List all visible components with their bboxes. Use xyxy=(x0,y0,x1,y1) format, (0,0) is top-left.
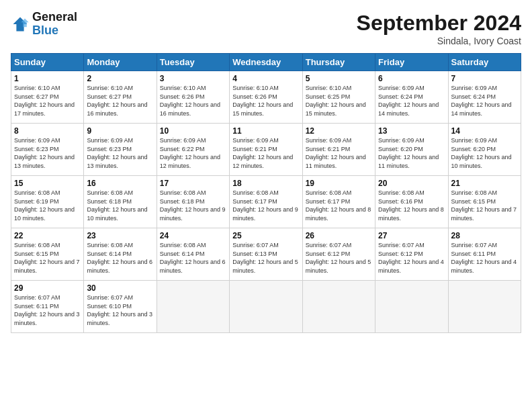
day-number: 3 xyxy=(160,74,226,83)
table-row xyxy=(375,281,448,333)
location-subtitle: Sindala, Ivory Coast xyxy=(357,36,521,46)
table-row xyxy=(302,281,375,333)
title-block: September 2024 Sindala, Ivory Coast xyxy=(357,11,521,46)
day-number: 11 xyxy=(232,126,299,136)
col-sunday: Sunday xyxy=(11,54,84,71)
day-number: 21 xyxy=(451,179,518,188)
day-info: Sunrise: 6:07 AMSunset: 6:12 PMDaylight:… xyxy=(378,241,445,275)
table-row: 3Sunrise: 6:10 AMSunset: 6:26 PMDaylight… xyxy=(157,71,229,124)
logo-general: General xyxy=(32,11,77,24)
day-info: Sunrise: 6:09 AMSunset: 6:21 PMDaylight:… xyxy=(232,136,299,170)
table-row: 23Sunrise: 6:08 AMSunset: 6:14 PMDayligh… xyxy=(84,228,157,281)
day-info: Sunrise: 6:09 AMSunset: 6:20 PMDaylight:… xyxy=(451,136,518,170)
table-row: 16Sunrise: 6:08 AMSunset: 6:18 PMDayligh… xyxy=(84,176,157,228)
table-row: 11Sunrise: 6:09 AMSunset: 6:21 PMDayligh… xyxy=(230,124,302,176)
day-number: 2 xyxy=(87,74,153,83)
day-number: 22 xyxy=(14,231,81,240)
calendar-week-row: 29Sunrise: 6:07 AMSunset: 6:11 PMDayligh… xyxy=(11,281,521,333)
day-number: 30 xyxy=(87,283,153,293)
day-number: 6 xyxy=(378,74,445,83)
table-row xyxy=(157,281,229,333)
col-tuesday: Tuesday xyxy=(157,54,229,71)
day-info: Sunrise: 6:08 AMSunset: 6:15 PMDaylight:… xyxy=(451,189,518,222)
col-monday: Monday xyxy=(84,54,157,71)
day-info: Sunrise: 6:08 AMSunset: 6:18 PMDaylight:… xyxy=(87,189,153,222)
day-number: 29 xyxy=(14,283,81,293)
day-number: 8 xyxy=(14,126,81,136)
day-number: 12 xyxy=(306,126,372,136)
logo-icon xyxy=(11,15,30,34)
day-info: Sunrise: 6:09 AMSunset: 6:22 PMDaylight:… xyxy=(160,136,226,170)
day-info: Sunrise: 6:09 AMSunset: 6:23 PMDaylight:… xyxy=(14,136,81,170)
table-row xyxy=(230,281,302,333)
day-number: 13 xyxy=(378,126,445,136)
table-row: 12Sunrise: 6:09 AMSunset: 6:21 PMDayligh… xyxy=(302,124,375,176)
day-info: Sunrise: 6:07 AMSunset: 6:12 PMDaylight:… xyxy=(306,241,372,275)
table-row: 9Sunrise: 6:09 AMSunset: 6:23 PMDaylight… xyxy=(84,124,157,176)
day-number: 15 xyxy=(14,179,81,188)
day-info: Sunrise: 6:07 AMSunset: 6:13 PMDaylight:… xyxy=(232,241,299,275)
table-row: 8Sunrise: 6:09 AMSunset: 6:23 PMDaylight… xyxy=(11,124,84,176)
table-row: 6Sunrise: 6:09 AMSunset: 6:24 PMDaylight… xyxy=(375,71,448,124)
day-info: Sunrise: 6:08 AMSunset: 6:14 PMDaylight:… xyxy=(87,241,153,275)
day-number: 1 xyxy=(14,74,81,83)
calendar-week-row: 15Sunrise: 6:08 AMSunset: 6:19 PMDayligh… xyxy=(11,176,521,228)
day-info: Sunrise: 6:08 AMSunset: 6:16 PMDaylight:… xyxy=(378,189,445,222)
table-row: 15Sunrise: 6:08 AMSunset: 6:19 PMDayligh… xyxy=(11,176,84,228)
page: General Blue September 2024 Sindala, Ivo… xyxy=(0,0,532,411)
col-saturday: Saturday xyxy=(448,54,521,71)
day-info: Sunrise: 6:08 AMSunset: 6:17 PMDaylight:… xyxy=(306,189,372,222)
calendar-header-row: Sunday Monday Tuesday Wednesday Thursday… xyxy=(11,54,521,71)
calendar-week-row: 8Sunrise: 6:09 AMSunset: 6:23 PMDaylight… xyxy=(11,124,521,176)
table-row xyxy=(448,281,521,333)
day-number: 17 xyxy=(160,179,226,188)
day-number: 18 xyxy=(232,179,299,188)
table-row: 24Sunrise: 6:08 AMSunset: 6:14 PMDayligh… xyxy=(157,228,229,281)
header: General Blue September 2024 Sindala, Ivo… xyxy=(11,11,521,46)
table-row: 18Sunrise: 6:08 AMSunset: 6:17 PMDayligh… xyxy=(230,176,302,228)
table-row: 17Sunrise: 6:08 AMSunset: 6:18 PMDayligh… xyxy=(157,176,229,228)
logo-text: General Blue xyxy=(32,11,77,38)
day-number: 19 xyxy=(306,179,372,188)
day-info: Sunrise: 6:08 AMSunset: 6:15 PMDaylight:… xyxy=(14,241,81,275)
day-number: 7 xyxy=(451,74,518,83)
table-row: 5Sunrise: 6:10 AMSunset: 6:25 PMDaylight… xyxy=(302,71,375,124)
day-info: Sunrise: 6:07 AMSunset: 6:11 PMDaylight:… xyxy=(451,241,518,275)
logo: General Blue xyxy=(11,11,77,38)
day-number: 26 xyxy=(306,231,372,240)
table-row: 2Sunrise: 6:10 AMSunset: 6:27 PMDaylight… xyxy=(84,71,157,124)
day-info: Sunrise: 6:10 AMSunset: 6:27 PMDaylight:… xyxy=(14,84,81,118)
day-info: Sunrise: 6:08 AMSunset: 6:18 PMDaylight:… xyxy=(160,189,226,222)
table-row: 10Sunrise: 6:09 AMSunset: 6:22 PMDayligh… xyxy=(157,124,229,176)
day-number: 24 xyxy=(160,231,226,240)
day-info: Sunrise: 6:07 AMSunset: 6:10 PMDaylight:… xyxy=(87,293,153,327)
day-info: Sunrise: 6:09 AMSunset: 6:20 PMDaylight:… xyxy=(378,136,445,170)
day-number: 4 xyxy=(232,74,299,83)
table-row: 29Sunrise: 6:07 AMSunset: 6:11 PMDayligh… xyxy=(11,281,84,333)
table-row: 25Sunrise: 6:07 AMSunset: 6:13 PMDayligh… xyxy=(230,228,302,281)
day-info: Sunrise: 6:09 AMSunset: 6:24 PMDaylight:… xyxy=(378,84,445,118)
col-friday: Friday xyxy=(375,54,448,71)
day-info: Sunrise: 6:09 AMSunset: 6:23 PMDaylight:… xyxy=(87,136,153,170)
table-row: 26Sunrise: 6:07 AMSunset: 6:12 PMDayligh… xyxy=(302,228,375,281)
calendar-week-row: 22Sunrise: 6:08 AMSunset: 6:15 PMDayligh… xyxy=(11,228,521,281)
logo-blue: Blue xyxy=(32,24,77,38)
calendar-table: Sunday Monday Tuesday Wednesday Thursday… xyxy=(11,53,521,333)
table-row: 30Sunrise: 6:07 AMSunset: 6:10 PMDayligh… xyxy=(84,281,157,333)
day-number: 10 xyxy=(160,126,226,136)
table-row: 27Sunrise: 6:07 AMSunset: 6:12 PMDayligh… xyxy=(375,228,448,281)
day-info: Sunrise: 6:08 AMSunset: 6:17 PMDaylight:… xyxy=(232,189,299,222)
table-row: 4Sunrise: 6:10 AMSunset: 6:26 PMDaylight… xyxy=(230,71,302,124)
table-row: 21Sunrise: 6:08 AMSunset: 6:15 PMDayligh… xyxy=(448,176,521,228)
day-number: 28 xyxy=(451,231,518,240)
day-number: 27 xyxy=(378,231,445,240)
day-number: 16 xyxy=(87,179,153,188)
table-row: 28Sunrise: 6:07 AMSunset: 6:11 PMDayligh… xyxy=(448,228,521,281)
table-row: 7Sunrise: 6:09 AMSunset: 6:24 PMDaylight… xyxy=(448,71,521,124)
col-thursday: Thursday xyxy=(302,54,375,71)
day-info: Sunrise: 6:09 AMSunset: 6:21 PMDaylight:… xyxy=(306,136,372,170)
table-row: 20Sunrise: 6:08 AMSunset: 6:16 PMDayligh… xyxy=(375,176,448,228)
day-info: Sunrise: 6:10 AMSunset: 6:25 PMDaylight:… xyxy=(306,84,372,118)
day-number: 23 xyxy=(87,231,153,240)
calendar-week-row: 1Sunrise: 6:10 AMSunset: 6:27 PMDaylight… xyxy=(11,71,521,124)
